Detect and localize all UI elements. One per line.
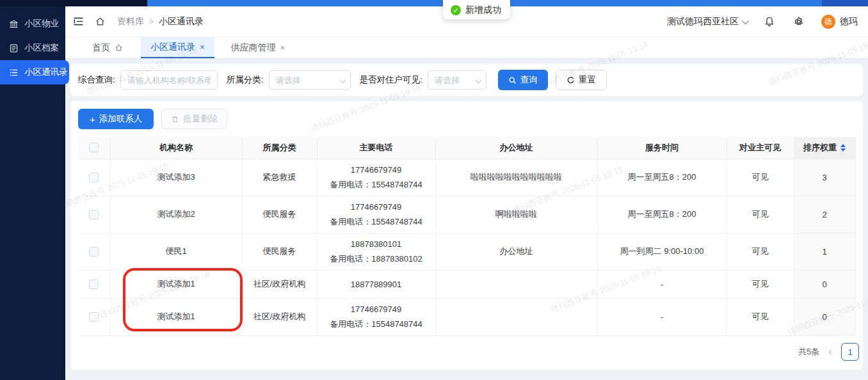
cell-owner-visible: 可见: [727, 196, 794, 233]
page-number[interactable]: 1: [841, 343, 859, 361]
cell-address: [435, 298, 597, 335]
topnav-item[interactable]: 监管: [262, 0, 311, 6]
plus-icon: +: [90, 115, 95, 124]
breadcrumb: 资料库 > 小区通讯录: [117, 16, 204, 28]
row-checkbox[interactable]: [89, 280, 99, 289]
reset-button[interactable]: 重置: [556, 70, 607, 90]
cell-phone: 18877889901: [317, 270, 435, 298]
tab-item[interactable]: 小区通讯录×: [141, 37, 214, 58]
sidebar-item[interactable]: 小区通讯录: [0, 60, 69, 84]
cell-category: 社区/政府机构: [242, 298, 317, 335]
cell-address: 啦啦啦啦啦啦啦啦啦啦啦: [435, 159, 597, 196]
toast-message: 新增成功: [465, 4, 501, 15]
breadcrumb-current: 小区通讯录: [159, 16, 204, 28]
search-button-label: 查询: [520, 74, 538, 86]
batch-delete-button[interactable]: 批量删除: [161, 109, 227, 129]
list-icon: [9, 68, 19, 77]
topnav-item[interactable]: 业务受理: [756, 0, 822, 6]
column-header-label: 所属分类: [263, 143, 296, 152]
sidebar-item[interactable]: 小区档案: [0, 36, 65, 60]
bank-icon: [9, 19, 19, 29]
bell-icon[interactable]: [764, 16, 775, 28]
row-checkbox[interactable]: [89, 312, 99, 322]
topnav-item-label: 业委会: [177, 0, 202, 1]
topnav-item[interactable]: 菜单角色: [311, 0, 377, 6]
sidebar: 小区物业小区档案小区通讯录: [0, 6, 65, 380]
topnav-item[interactable]: 监控服务: [558, 0, 624, 6]
community-selector[interactable]: 测试德玛西亚社区: [667, 16, 747, 28]
keyword-input[interactable]: [120, 70, 218, 90]
visible-select-input[interactable]: [428, 70, 486, 90]
topnav-item[interactable]: 平台: [213, 0, 262, 6]
category-label: 所属分类:: [227, 74, 264, 86]
cell-phone: 17746679749备用电话：15548748744: [317, 298, 435, 335]
table-row: 测试添加1社区/政府机构17746679749备用电话：15548748744-…: [78, 298, 855, 335]
tab-item[interactable]: 供应商管理×: [229, 37, 288, 58]
phone-backup: 备用电话：15548748744: [321, 214, 431, 229]
topnav-item[interactable]: 资料库: [822, 0, 868, 6]
cell-service-time: 周一到周二 9:00-10:00: [597, 233, 727, 270]
row-checkbox[interactable]: [89, 173, 99, 182]
prev-page-icon[interactable]: ‹: [828, 345, 832, 358]
collapse-sidebar-icon[interactable]: [73, 16, 84, 27]
sort-icon[interactable]: [840, 144, 846, 152]
sidebar-item[interactable]: 小区物业: [0, 12, 65, 36]
sidebar-item-label: 小区物业: [24, 18, 59, 29]
topnav-item-label: 菜单角色: [333, 0, 366, 1]
topnav-item[interactable]: 代码生成: [690, 0, 756, 6]
close-icon[interactable]: ×: [280, 43, 285, 52]
column-header-label: 机构名称: [159, 143, 193, 152]
app-logo: 卓佳家园: [0, 0, 147, 6]
cell-owner-visible: 可见: [727, 159, 794, 196]
search-button[interactable]: 查询: [498, 70, 548, 90]
topnav-item-label: 监控服务: [580, 0, 613, 1]
cell-sort-weight: 0: [794, 270, 855, 298]
topnav-item-label: 文件服务: [514, 0, 547, 1]
tab-label: 首页: [92, 42, 110, 54]
add-contact-button[interactable]: + 添加联系人: [78, 109, 154, 129]
toast-success: ✓ 新增成功: [443, 0, 510, 19]
avatar[interactable]: 德: [821, 15, 835, 29]
visible-select[interactable]: [428, 70, 486, 90]
breadcrumb-root[interactable]: 资料库: [117, 16, 144, 28]
trash-icon: [171, 115, 179, 123]
topnav-item[interactable]: 配置: [377, 0, 426, 6]
cell-sort-weight: 3: [794, 159, 855, 196]
community-name: 测试德玛西亚社区: [667, 16, 739, 28]
table-panel: + 添加联系人 批量删除 机构名称所属分类主要电话办公地址服务时间对业主可见排序…: [70, 101, 863, 370]
select-all-checkbox[interactable]: [89, 143, 99, 152]
home-icon[interactable]: [95, 16, 106, 27]
total-count: 共5条: [798, 346, 819, 358]
keyword-label: 综合查询:: [78, 74, 115, 86]
phone-main: 18877889901: [321, 277, 431, 292]
home-tab-icon: [115, 44, 123, 52]
gear-icon[interactable]: [793, 16, 805, 28]
phone-backup: 备用电话：15548748744: [321, 177, 431, 192]
category-select[interactable]: [269, 70, 351, 90]
cell-owner-visible: 可见: [727, 298, 794, 335]
row-checkbox[interactable]: [89, 210, 99, 219]
topnav-item[interactable]: 业委会: [155, 0, 213, 6]
cell-org-name: 便民1: [110, 233, 242, 270]
sidebar-item-label: 小区档案: [24, 42, 59, 54]
tab-item[interactable]: 首页: [90, 37, 125, 58]
column-header-label: 办公地址: [500, 143, 533, 152]
phone-backup: 备用电话：15548748744: [321, 317, 431, 331]
topnav-item-label: 平台: [234, 0, 251, 1]
row-checkbox[interactable]: [89, 247, 99, 257]
cell-phone: 18878380101备用电话：18878380102: [317, 233, 435, 270]
logo-text: 卓佳家园: [20, 0, 64, 1]
phone-main: 18878380101: [321, 237, 431, 251]
tab-label: 小区通讯录: [150, 42, 195, 53]
column-header[interactable]: 排序权重: [794, 137, 855, 159]
topnav-item[interactable]: 网络安全: [624, 0, 690, 6]
column-header: 对业主可见: [727, 137, 794, 159]
phone-main: 17746679749: [321, 200, 431, 214]
tab-label: 供应商管理: [231, 42, 276, 54]
close-icon[interactable]: ×: [200, 42, 205, 52]
category-select-input[interactable]: [269, 70, 351, 90]
topnav-item-label: 业务受理: [778, 0, 811, 1]
reset-button-label: 重置: [579, 74, 596, 86]
topnav-item-label: 监管: [284, 0, 300, 1]
batch-delete-label: 批量删除: [183, 113, 218, 125]
